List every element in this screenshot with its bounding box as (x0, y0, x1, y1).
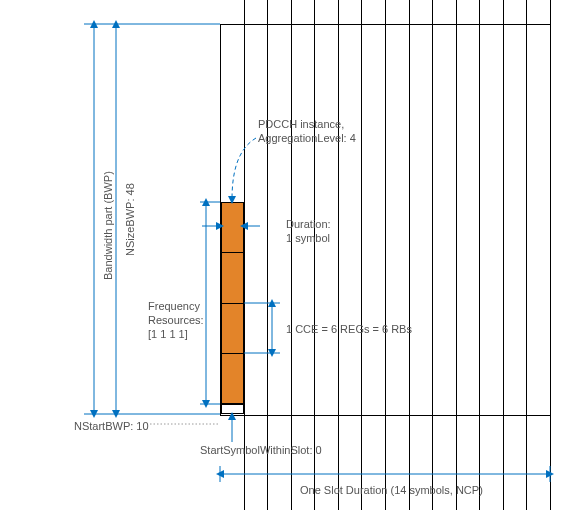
symbol-col (314, 0, 339, 510)
symbol-col (385, 0, 410, 510)
pdcch-annotation: PDCCH instance, (258, 118, 344, 130)
symbol-col (479, 0, 504, 510)
nstartbwp-label: NStartBWP: 10 (74, 420, 149, 432)
symbol-col (361, 0, 386, 510)
cce-divider (221, 252, 244, 253)
freqres-label: Resources: (148, 314, 204, 326)
symbol-col (338, 0, 363, 510)
symbol-col (244, 0, 269, 510)
duration-label: Duration: (286, 218, 331, 230)
cce-divider (221, 303, 244, 304)
symbol-col (456, 0, 481, 510)
freqres-label: Frequency (148, 300, 200, 312)
slot-duration-label: One Slot Duration (14 symbols, NCP) (300, 484, 483, 496)
cce-divider (221, 353, 244, 354)
bwp-axis-label: Bandwidth part (BWP) (102, 171, 114, 280)
start-offset-block (221, 404, 244, 414)
cce-equiv-label: 1 CCE = 6 REGs = 6 RBs (286, 323, 412, 335)
nsizebwp-label: NSizeBWP: 48 (124, 183, 136, 256)
symbol-col (432, 0, 457, 510)
symbol-col (526, 0, 551, 510)
symbol-col (503, 0, 528, 510)
symbol-col (291, 0, 316, 510)
symbol-col (267, 0, 292, 510)
startsymbol-label: StartSymbolWithinSlot: 0 (200, 444, 322, 456)
pdcch-annotation: AggregationLevel: 4 (258, 132, 356, 144)
duration-label: 1 symbol (286, 232, 330, 244)
symbol-col (409, 0, 434, 510)
freqres-label: [1 1 1 1] (148, 328, 188, 340)
